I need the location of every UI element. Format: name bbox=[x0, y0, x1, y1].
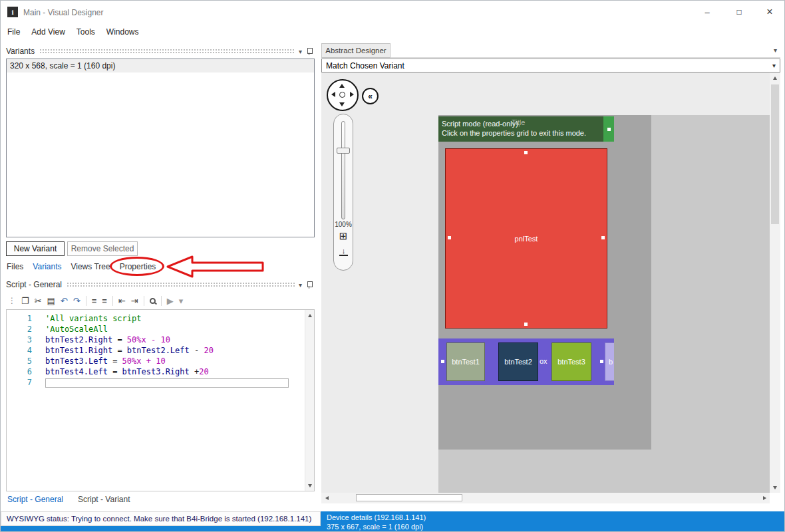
annotation-circle bbox=[110, 257, 164, 276]
pin-icon[interactable] bbox=[305, 281, 313, 289]
selection-handle[interactable] bbox=[448, 236, 451, 239]
chevron-down-icon[interactable]: ▾ bbox=[299, 48, 302, 55]
copy-icon[interactable]: ❐ bbox=[21, 297, 29, 305]
comment-icon[interactable]: ≡ bbox=[92, 297, 97, 305]
arrow-right-icon[interactable] bbox=[350, 92, 354, 97]
code-line[interactable]: 2'AutoScaleAll bbox=[7, 324, 314, 334]
selection-handle[interactable] bbox=[441, 360, 444, 363]
overlay-line2: Click on the properties grid to exit thi… bbox=[442, 128, 601, 138]
view-btnTest2[interactable]: btnTest2 bbox=[498, 342, 538, 381]
arrow-up-icon[interactable] bbox=[339, 84, 345, 88]
maximize-button[interactable]: □ bbox=[727, 4, 751, 20]
zoom-slider-track[interactable] bbox=[341, 121, 345, 219]
script-mode-overlay: Script mode (read-only). Click on the pr… bbox=[438, 116, 614, 142]
code-text: btnTest4.Left = btnTest3.Right +20 bbox=[45, 366, 209, 377]
remove-selected-button[interactable]: Remove Selected bbox=[67, 241, 138, 256]
view-btnTest4[interactable]: b bbox=[605, 342, 614, 381]
variant-list-item[interactable]: 320 x 568, scale = 1 (160 dpi) bbox=[7, 59, 314, 72]
variants-panel-header: Variants ▾ bbox=[6, 45, 315, 58]
scroll-up-icon[interactable] bbox=[305, 311, 315, 320]
script-panel-title: Script - General bbox=[6, 280, 62, 289]
minimize-button[interactable]: – bbox=[695, 4, 719, 20]
variant-combobox[interactable]: Match Chosen Variant ▾ bbox=[321, 59, 780, 72]
code-line[interactable]: 7 bbox=[7, 377, 314, 388]
line-number: 4 bbox=[7, 345, 45, 356]
toolbar-separator bbox=[161, 296, 162, 306]
uncomment-icon[interactable]: ≡ bbox=[102, 297, 107, 305]
new-variant-button[interactable]: New Variant bbox=[6, 241, 65, 256]
dpad-center-icon[interactable] bbox=[339, 92, 345, 98]
tab-files[interactable]: Files bbox=[2, 262, 28, 271]
code-text: btnTest3.Left = 50%x + 10 bbox=[45, 356, 166, 366]
code-editor[interactable]: 1'All variants script2'AutoScaleAll3btnT… bbox=[6, 309, 315, 491]
pin-icon[interactable] bbox=[305, 47, 313, 56]
menu-add-view[interactable]: Add View bbox=[31, 27, 65, 37]
run-icon[interactable]: ▶ bbox=[167, 297, 174, 305]
button-bar-panel[interactable]: btnTest1 btnTest2 ox btnTest3 b bbox=[438, 338, 614, 385]
scroll-down-icon[interactable] bbox=[305, 481, 315, 490]
scroll-up-icon[interactable] bbox=[770, 72, 780, 83]
code-line[interactable]: 5btnTest3.Left = 50%x + 10 bbox=[7, 356, 314, 366]
search-icon[interactable] bbox=[150, 298, 156, 304]
line-number: 3 bbox=[7, 334, 45, 345]
arrow-down-icon[interactable] bbox=[339, 102, 345, 106]
fit-grid-icon[interactable]: ⊞ bbox=[334, 231, 353, 241]
outdent-icon[interactable]: ⇤ bbox=[118, 297, 126, 305]
scrollbar-thumb[interactable] bbox=[356, 494, 462, 501]
menu-file[interactable]: File bbox=[7, 27, 20, 37]
zoom-slider-thumb[interactable] bbox=[337, 148, 350, 154]
selection-handle[interactable] bbox=[524, 151, 528, 154]
variants-list[interactable]: 320 x 568, scale = 1 (160 dpi) bbox=[6, 59, 315, 237]
code-text: 'All variants script bbox=[45, 313, 142, 324]
cut-icon[interactable]: ✂ bbox=[35, 297, 42, 305]
code-line[interactable]: 1'All variants script bbox=[7, 313, 314, 324]
tab-views-tree[interactable]: Views Tree bbox=[66, 262, 114, 271]
close-button[interactable]: × bbox=[758, 4, 782, 20]
view-btnTest3[interactable]: btnTest3 bbox=[551, 342, 591, 381]
canvas-vertical-scrollbar[interactable] bbox=[770, 72, 780, 493]
hidden-title-label: Title bbox=[512, 118, 525, 126]
canvas-horizontal-scrollbar[interactable] bbox=[321, 493, 770, 503]
selection-handle[interactable] bbox=[524, 323, 528, 326]
editor-scrollbar[interactable] bbox=[305, 310, 314, 491]
tab-script-general[interactable]: Script - General bbox=[7, 495, 63, 504]
chevron-down-icon[interactable]: ▾ bbox=[774, 47, 777, 54]
view-btnTest1[interactable]: btnTest1 bbox=[446, 342, 485, 381]
scroll-down-icon[interactable] bbox=[770, 482, 780, 493]
designer-tab-strip: Abstract Designer ▾ bbox=[321, 43, 780, 58]
toolbar-grip-icon: ⋮ bbox=[8, 297, 16, 305]
menu-windows[interactable]: Windows bbox=[106, 27, 139, 37]
variant-combobox-value: Match Chosen Variant bbox=[326, 61, 404, 70]
toolbar-separator bbox=[86, 296, 86, 306]
selection-handle[interactable] bbox=[600, 360, 603, 363]
selection-handle[interactable] bbox=[607, 128, 611, 131]
chevron-down-icon[interactable]: ▾ bbox=[299, 281, 302, 289]
view-pnlTest[interactable]: pnlTest bbox=[445, 148, 607, 329]
tab-script-variant[interactable]: Script - Variant bbox=[78, 495, 130, 504]
import-icon[interactable]: ↓ bbox=[339, 247, 348, 256]
code-line[interactable]: 3btnTest2.Right = 50%x - 10 bbox=[7, 334, 314, 345]
scrollbar-thumb[interactable] bbox=[771, 84, 779, 224]
indent-icon[interactable]: ⇥ bbox=[131, 297, 138, 305]
script-panel-header: Script - General ▾ bbox=[6, 279, 315, 291]
toolbar-separator bbox=[112, 296, 113, 306]
paste-icon[interactable]: ▤ bbox=[47, 297, 55, 305]
code-line[interactable]: 6btnTest4.Left = btnTest3.Right +20 bbox=[7, 366, 314, 377]
scroll-right-icon[interactable] bbox=[759, 493, 770, 503]
code-line[interactable]: 4btnTest1.Right = btnTest2.Left - 20 bbox=[7, 345, 314, 356]
redo-icon[interactable]: ↷ bbox=[73, 297, 80, 305]
designer-canvas[interactable]: Title Script mode (read-only). Click on … bbox=[321, 72, 770, 493]
code-text: btnTest2.Right = 50%x - 10 bbox=[45, 334, 170, 345]
toolbar-overflow-icon[interactable]: ▾ bbox=[179, 297, 184, 305]
menu-tools[interactable]: Tools bbox=[77, 27, 95, 37]
arrow-left-icon[interactable] bbox=[331, 92, 335, 97]
window-title: Main - Visual Designer bbox=[23, 8, 104, 17]
scroll-left-icon[interactable] bbox=[321, 493, 332, 503]
selection-handle[interactable] bbox=[601, 236, 605, 239]
code-edit-box[interactable] bbox=[45, 378, 289, 388]
dpad-control[interactable] bbox=[327, 79, 359, 111]
tab-abstract-designer[interactable]: Abstract Designer bbox=[321, 43, 391, 58]
collapse-tools-button[interactable]: « bbox=[362, 88, 379, 104]
undo-icon[interactable]: ↶ bbox=[61, 297, 68, 305]
tab-variants[interactable]: Variants bbox=[28, 262, 66, 271]
